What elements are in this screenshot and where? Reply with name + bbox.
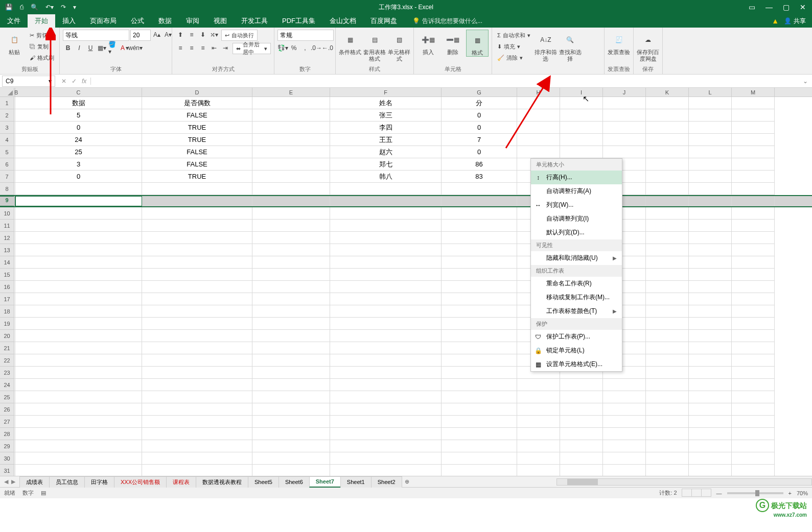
cell[interactable] bbox=[330, 367, 442, 379]
cell[interactable] bbox=[732, 403, 775, 416]
cell[interactable] bbox=[560, 452, 603, 465]
cell[interactable] bbox=[252, 244, 330, 256]
cell[interactable]: TRUE bbox=[142, 134, 252, 146]
cell[interactable] bbox=[689, 146, 732, 158]
cell[interactable] bbox=[689, 244, 732, 256]
cell[interactable] bbox=[442, 232, 517, 244]
qat-more-icon[interactable]: ▾ bbox=[73, 4, 76, 11]
cell[interactable] bbox=[732, 196, 775, 206]
sheet-tab[interactable]: Sheet5 bbox=[248, 476, 279, 488]
cell[interactable] bbox=[732, 269, 775, 281]
cell[interactable] bbox=[689, 122, 732, 134]
align-bottom-icon[interactable]: ⬇ bbox=[198, 30, 208, 40]
cell[interactable] bbox=[517, 109, 560, 122]
border-icon[interactable]: ▦▾ bbox=[97, 43, 107, 53]
cell[interactable] bbox=[442, 391, 517, 403]
cell[interactable] bbox=[646, 416, 689, 428]
cell[interactable] bbox=[252, 196, 330, 206]
cell[interactable] bbox=[646, 465, 689, 476]
cell[interactable] bbox=[646, 146, 689, 158]
underline-icon[interactable]: U bbox=[85, 43, 96, 53]
cell[interactable] bbox=[517, 428, 560, 440]
align-middle-icon[interactable]: ≡ bbox=[187, 30, 197, 40]
cell[interactable]: 姓名 bbox=[330, 97, 442, 109]
cell[interactable] bbox=[646, 183, 689, 195]
cell[interactable] bbox=[603, 146, 646, 158]
col-header[interactable]: F bbox=[330, 88, 442, 96]
cell[interactable] bbox=[15, 428, 142, 440]
cell[interactable] bbox=[15, 207, 142, 220]
cell[interactable]: 分 bbox=[442, 97, 517, 109]
cell[interactable] bbox=[646, 305, 689, 318]
cell[interactable] bbox=[732, 330, 775, 342]
row-header[interactable]: 8 bbox=[0, 183, 14, 195]
cell[interactable] bbox=[15, 440, 142, 452]
cell[interactable] bbox=[142, 330, 252, 342]
cell[interactable] bbox=[15, 293, 142, 305]
cell[interactable] bbox=[15, 244, 142, 256]
cell[interactable] bbox=[646, 256, 689, 269]
cell[interactable] bbox=[15, 256, 142, 269]
menu-format-cells[interactable]: ▦设置单元格格式(E)... bbox=[531, 357, 622, 371]
comma-icon[interactable]: , bbox=[300, 43, 310, 53]
preview-icon[interactable]: 🔍 bbox=[31, 4, 38, 11]
font-size-combo[interactable] bbox=[130, 30, 151, 41]
cell[interactable] bbox=[646, 196, 689, 206]
cell[interactable] bbox=[15, 342, 142, 354]
cell[interactable] bbox=[517, 452, 560, 465]
cell[interactable] bbox=[142, 244, 252, 256]
font-name-combo[interactable] bbox=[63, 30, 129, 41]
cell[interactable]: 李四 bbox=[330, 122, 442, 134]
cell[interactable] bbox=[646, 171, 689, 183]
cell[interactable] bbox=[252, 146, 330, 158]
cell[interactable] bbox=[330, 207, 442, 220]
cell[interactable] bbox=[252, 391, 330, 403]
align-center-icon[interactable]: ≡ bbox=[187, 43, 197, 53]
cell[interactable] bbox=[517, 146, 560, 158]
cell[interactable] bbox=[15, 232, 142, 244]
cell[interactable] bbox=[646, 109, 689, 122]
sheet-tab[interactable]: Sheet7 bbox=[309, 476, 341, 488]
col-header[interactable]: K bbox=[646, 88, 689, 96]
row-header[interactable]: 27 bbox=[0, 416, 14, 428]
cell[interactable] bbox=[330, 440, 442, 452]
cell[interactable] bbox=[732, 256, 775, 269]
tab-home[interactable]: 开始 bbox=[28, 14, 55, 28]
cell[interactable]: 0 bbox=[442, 146, 517, 158]
fill-color-icon[interactable]: 🪣▾ bbox=[108, 43, 118, 53]
worksheet-grid[interactable]: B C D E F G H I J K L M 1数据是否偶数姓名分25FALS… bbox=[0, 88, 812, 476]
cut-button[interactable]: ✂ 剪切 bbox=[28, 30, 56, 41]
col-header[interactable]: E bbox=[252, 88, 330, 96]
cell[interactable]: 3 bbox=[15, 158, 142, 171]
cell[interactable] bbox=[142, 281, 252, 293]
cell[interactable] bbox=[330, 330, 442, 342]
cell[interactable]: FALSE bbox=[142, 146, 252, 158]
cell[interactable] bbox=[15, 391, 142, 403]
tab-layout[interactable]: 页面布局 bbox=[83, 14, 124, 28]
cell[interactable] bbox=[646, 134, 689, 146]
italic-icon[interactable]: I bbox=[74, 43, 84, 53]
cell[interactable] bbox=[732, 244, 775, 256]
cell[interactable] bbox=[689, 367, 732, 379]
cell[interactable] bbox=[560, 97, 603, 109]
sheet-nav-next-icon[interactable]: ▶ bbox=[11, 478, 15, 485]
cell[interactable]: 5 bbox=[15, 109, 142, 122]
cell[interactable] bbox=[442, 403, 517, 416]
cell[interactable] bbox=[330, 342, 442, 354]
row-header[interactable]: 14 bbox=[0, 256, 14, 269]
cell[interactable] bbox=[442, 220, 517, 232]
ribbon-options-icon[interactable]: ▭ bbox=[749, 3, 755, 11]
row-header[interactable]: 5 bbox=[0, 146, 14, 158]
col-header[interactable]: H bbox=[517, 88, 560, 96]
cell[interactable] bbox=[330, 416, 442, 428]
cell[interactable] bbox=[442, 452, 517, 465]
cell[interactable] bbox=[560, 379, 603, 391]
cell[interactable] bbox=[252, 318, 330, 330]
row-header[interactable]: 16 bbox=[0, 281, 14, 293]
align-right-icon[interactable]: ≡ bbox=[198, 43, 208, 53]
cell[interactable] bbox=[142, 342, 252, 354]
cell[interactable] bbox=[732, 122, 775, 134]
cell[interactable] bbox=[732, 305, 775, 318]
font-color-icon[interactable]: A▾ bbox=[119, 43, 129, 53]
cell[interactable] bbox=[560, 403, 603, 416]
